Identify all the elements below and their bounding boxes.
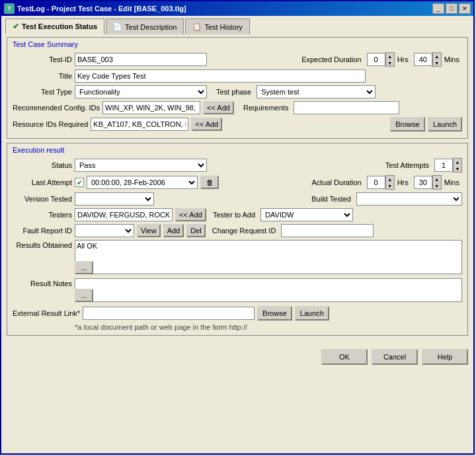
expected-hrs-up[interactable]: ▲ [386, 53, 394, 59]
ok-button[interactable]: OK [321, 349, 368, 365]
change-request-label: Change Request ID [212, 227, 276, 235]
expected-mins-input[interactable] [414, 53, 432, 66]
version-tested-select[interactable] [75, 192, 154, 206]
actual-duration-label: Actual Duration [311, 178, 361, 186]
resource-ids-input[interactable] [91, 118, 188, 131]
build-tested-label: Build Tested [311, 195, 351, 203]
test-attempts-label: Test Attempts [385, 161, 429, 169]
testers-label: Testers [13, 211, 72, 219]
last-attempt-label: Last Attempt [13, 178, 72, 186]
actual-hrs-spinbox: ▲ ▼ [367, 175, 395, 190]
tab-test-description[interactable]: 📄 Test Description [106, 19, 184, 34]
last-attempt-row: Last Attempt ✔ 00:00:00, 28-Feb-2006 🗑 A… [13, 175, 462, 190]
last-attempt-select[interactable]: 00:00:00, 28-Feb-2006 [87, 176, 198, 189]
version-row: Version Tested Build Tested [13, 192, 462, 206]
result-notes-row: Result Notes ... [13, 278, 462, 303]
recommended-config-label: Recommended Config. IDs [13, 104, 100, 112]
requirements-input[interactable] [294, 101, 399, 114]
title-row: Title [13, 69, 462, 83]
test-id-input[interactable] [75, 53, 207, 66]
results-obtained-textarea[interactable]: All OK [75, 240, 462, 274]
external-result-hint-row: *a local document path or web page in th… [75, 323, 462, 331]
testers-add-button[interactable]: << Add [175, 208, 206, 221]
external-result-label: External Result Link* [13, 309, 80, 317]
result-notes-textarea[interactable] [75, 278, 462, 302]
expected-mins-down[interactable]: ▼ [433, 59, 441, 66]
test-type-label: Test Type [13, 88, 72, 96]
resource-ids-add-button[interactable]: << Add [191, 118, 222, 131]
external-result-browse-button[interactable]: Browse [257, 306, 292, 321]
fault-report-view-button[interactable]: View [137, 224, 161, 237]
fault-report-select[interactable] [75, 224, 134, 237]
actual-mins-down[interactable]: ▼ [433, 182, 441, 189]
change-request-input[interactable] [281, 224, 374, 237]
minimize-button[interactable]: _ [432, 3, 444, 14]
last-attempt-checkbox[interactable]: ✔ [75, 178, 84, 187]
fault-report-add-button[interactable]: Add [163, 224, 184, 237]
execution-result-group: Execution result Status Pass Fail Blocke… [7, 143, 468, 336]
actual-mins-spinbox: ▲ ▼ [414, 175, 442, 190]
test-phase-label: Test phase [216, 88, 251, 96]
fault-report-row: Fault Report ID View Add Del Change Requ… [13, 224, 462, 237]
expected-mins-spinbox: ▲ ▼ [414, 52, 442, 67]
actual-mins-up[interactable]: ▲ [433, 176, 441, 182]
expected-duration-label: Expected Duration [301, 56, 362, 63]
test-case-summary-label: Test Case Summary [13, 40, 462, 48]
app-icon: T [4, 3, 15, 14]
fault-report-del-button[interactable]: Del [186, 224, 206, 237]
recommended-config-input[interactable] [102, 101, 200, 114]
test-attempts-input[interactable] [434, 159, 453, 172]
browse-button[interactable]: Browse [390, 117, 425, 132]
launch-button[interactable]: Launch [428, 117, 462, 132]
resource-ids-label: Resource IDs Required [13, 120, 88, 128]
status-select[interactable]: Pass Fail Blocked Not Run [75, 159, 207, 172]
expected-hrs-down[interactable]: ▼ [386, 59, 394, 66]
status-label: Status [13, 161, 72, 169]
actual-hrs-label: Hrs [397, 178, 409, 186]
expected-mins-up[interactable]: ▲ [433, 53, 441, 59]
main-content: Test Case Summary Test-ID Expected Durat… [1, 34, 473, 345]
tab-execution-icon: ✔ [13, 22, 19, 31]
expected-hrs-input[interactable] [367, 53, 385, 66]
expected-mins-label: Mins [444, 56, 459, 63]
results-obtained-browse-button[interactable]: ... [75, 261, 93, 274]
test-type-select[interactable]: Functionality [75, 85, 207, 98]
maximize-button[interactable]: □ [446, 3, 457, 14]
test-id-label: Test-ID [13, 56, 72, 63]
last-attempt-clear-button[interactable]: 🗑 [200, 176, 219, 189]
title-input[interactable] [75, 69, 366, 83]
test-attempts-spinbox: ▲ ▼ [434, 158, 462, 172]
tab-description-icon: 📄 [113, 22, 122, 31]
tester-to-add-select[interactable]: DAVIDW FERGUSD ROCKLA [260, 208, 353, 221]
actual-hrs-input[interactable] [367, 176, 385, 189]
tester-to-add-label: Tester to Add [213, 211, 255, 219]
recommended-config-add-button[interactable]: << Add [203, 101, 234, 114]
actual-hrs-down[interactable]: ▼ [386, 182, 394, 189]
footer: OK Cancel Help [1, 345, 473, 369]
main-window: T TestLog - Project Test Case - Edit [BA… [0, 0, 475, 455]
actual-mins-input[interactable] [414, 176, 432, 189]
close-button[interactable]: ✕ [459, 3, 471, 14]
test-id-row: Test-ID Expected Duration ▲ ▼ Hrs ▲ [13, 52, 462, 67]
test-attempts-down[interactable]: ▼ [454, 165, 461, 172]
cancel-button[interactable]: Cancel [372, 349, 418, 365]
actual-hrs-up[interactable]: ▲ [386, 176, 394, 182]
tab-test-history[interactable]: 📋 Test History [185, 19, 249, 34]
tabs-bar: ✔ Test Execution Status 📄 Test Descripti… [1, 16, 473, 34]
result-notes-browse-button[interactable]: ... [75, 289, 93, 302]
testers-input[interactable] [75, 208, 173, 221]
window-controls: _ □ ✕ [432, 3, 471, 14]
status-row: Status Pass Fail Blocked Not Run Test At… [13, 158, 462, 172]
tab-test-execution-status[interactable]: ✔ Test Execution Status [5, 19, 104, 34]
tab-description-label: Test Description [125, 23, 177, 31]
test-attempts-up[interactable]: ▲ [454, 159, 461, 165]
external-result-launch-button[interactable]: Launch [295, 306, 329, 321]
results-obtained-row: Results Obtained All OK ... [13, 240, 462, 276]
test-phase-select[interactable]: System test [257, 85, 376, 98]
window-title: TestLog - Project Test Case - Edit [BASE… [17, 5, 186, 13]
external-result-input[interactable] [83, 307, 255, 320]
help-button[interactable]: Help [422, 349, 468, 365]
expected-hrs-label: Hrs [397, 56, 409, 63]
tab-execution-label: Test Execution Status [22, 22, 97, 30]
build-tested-select[interactable] [356, 192, 462, 206]
